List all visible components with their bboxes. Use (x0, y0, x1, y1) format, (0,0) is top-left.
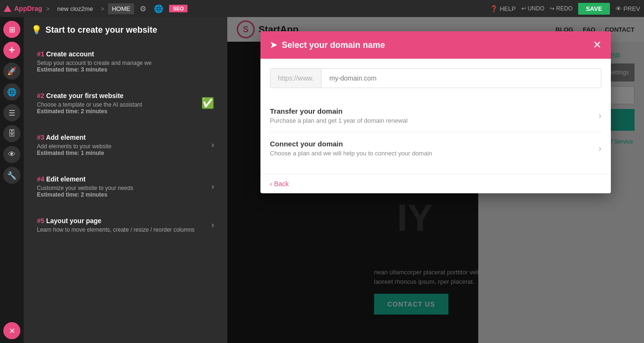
home-tab[interactable]: HOME (108, 3, 134, 14)
save-button[interactable]: SAVE (578, 3, 609, 15)
step-2-time: Estimated time: 2 minutes (37, 108, 214, 115)
step-4-arrow-icon: › (212, 182, 214, 191)
modal-close-button[interactable]: ✕ (593, 39, 601, 51)
left-sidebar: ⊞ + 🚀 🌐 ☰ 🗄 👁 🔧 ✕ (0, 17, 24, 343)
eye-icon: 👁 (616, 5, 622, 12)
step-4-title: #4 Edit element (37, 175, 214, 183)
domain-input-row: https://www. (270, 68, 601, 88)
step-item-2[interactable]: #2 Create your first website Choose a te… (31, 86, 220, 120)
step-4-time: Estimated time: 2 minutes (37, 191, 214, 198)
redo-icon: ↪ (550, 5, 555, 12)
step-item-4[interactable]: #4 Edit element Customize your website t… (31, 170, 220, 204)
brand-triangle (4, 5, 11, 12)
domain-prefix: https://www. (270, 69, 322, 88)
sidebar-close-icon[interactable]: ✕ (3, 322, 20, 339)
seo-badge[interactable]: SEO (169, 5, 188, 12)
step-5-arrow-icon: › (212, 221, 214, 229)
modal-back-button[interactable]: ‹ Back (270, 180, 289, 188)
preview-btn[interactable]: 👁 PREV (616, 5, 640, 12)
modal-body: https://www. Transfer your domain Purcha… (260, 59, 611, 174)
sidebar-rocket-icon[interactable]: 🚀 (3, 63, 20, 80)
modal-footer: ‹ Back (260, 174, 611, 193)
brand-name: AppDrag (14, 5, 42, 12)
domain-name-input[interactable] (322, 69, 601, 88)
sidebar-grid-icon[interactable]: ⊞ (3, 21, 20, 38)
sidebar-wrench-icon[interactable]: 🔧 (3, 167, 20, 184)
step-item-5[interactable]: #5 Layout your page Learn how to move el… (31, 211, 220, 239)
undo-icon: ↩ (521, 5, 526, 12)
step-1-title: #1 Create account (37, 50, 214, 58)
redo-btn[interactable]: ↪ REDO (550, 5, 572, 12)
breadcrumb-sep1: > (46, 5, 50, 12)
steps-title: 💡 Start to create your website (31, 25, 220, 35)
modal-title: ➤ Select your domain name (270, 40, 385, 50)
transfer-chevron-icon: › (599, 111, 601, 121)
globe-icon[interactable]: 🌐 (152, 3, 165, 14)
modal-header: ➤ Select your domain name ✕ (260, 31, 611, 59)
step-3-arrow-icon: › (212, 141, 214, 149)
connect-domain-option[interactable]: Connect your domain Choose a plan and we… (270, 132, 601, 164)
modal-overlay: ➤ Select your domain name ✕ https://www. (227, 17, 644, 343)
preview-area: S StartApp BLOG FAQ CONTACT TO PROMOTE I… (227, 17, 644, 343)
undo-btn[interactable]: ↩ UNDO (521, 5, 544, 12)
main-area: ⊞ + 🚀 🌐 ☰ 🗄 👁 🔧 ✕ 💡 Start to create your… (0, 17, 644, 343)
sidebar-add-icon[interactable]: + (3, 42, 20, 59)
step-2-title: #2 Create your first website (37, 92, 214, 99)
domain-icon: ➤ (270, 40, 277, 50)
step-3-time: Estimated time: 1 minute (37, 150, 214, 156)
topbar-right: ❓ HELP ↩ UNDO ↪ REDO SAVE 👁 PREV (490, 3, 640, 15)
step-1-desc: Setup your account to create and manage … (37, 60, 214, 66)
step-5-title: #5 Layout your page (37, 217, 214, 225)
step-2-check-icon: ✅ (201, 97, 214, 109)
breadcrumb-sep2: > (101, 5, 105, 12)
steps-emoji: 💡 (31, 25, 42, 35)
step-item-3[interactable]: #3 Add element Add elements to your webs… (31, 128, 220, 162)
step-3-title: #3 Add element (37, 134, 214, 141)
sidebar-globe-icon[interactable]: 🌐 (3, 83, 20, 100)
topbar: AppDrag > new cloz2me > HOME ⚙ 🌐 SEO ❓ H… (0, 0, 644, 17)
help-btn[interactable]: ❓ HELP (490, 5, 516, 12)
sidebar-database-icon[interactable]: 🗄 (3, 125, 20, 142)
transfer-domain-text: Transfer your domain Purchase a plan and… (270, 107, 408, 124)
connect-domain-text: Connect your domain Choose a plan and we… (270, 140, 432, 157)
brand-logo[interactable]: AppDrag (4, 5, 42, 12)
help-icon: ❓ (490, 5, 498, 12)
sidebar-eye-icon[interactable]: 👁 (3, 146, 20, 163)
steps-panel: 💡 Start to create your website #1 Create… (24, 17, 227, 343)
site-name-tab[interactable]: new cloz2me (54, 3, 97, 14)
step-2-desc: Choose a template or use the AI assistan… (37, 101, 214, 108)
step-4-desc: Customize your website to your needs (37, 185, 214, 191)
domain-modal: ➤ Select your domain name ✕ https://www. (260, 31, 611, 193)
step-item-1[interactable]: #1 Create account Setup your account to … (31, 45, 220, 79)
step-3-desc: Add elements to your website (37, 143, 214, 150)
transfer-domain-option[interactable]: Transfer your domain Purchase a plan and… (270, 99, 601, 132)
connect-chevron-icon: › (599, 144, 601, 153)
settings-icon[interactable]: ⚙ (138, 3, 148, 14)
sidebar-layers-icon[interactable]: ☰ (3, 104, 20, 121)
step-5-desc: Learn how to move elements, create / res… (37, 226, 214, 233)
step-1-time: Estimated time: 3 minutes (37, 66, 214, 73)
back-chevron-icon: ‹ (270, 180, 272, 188)
